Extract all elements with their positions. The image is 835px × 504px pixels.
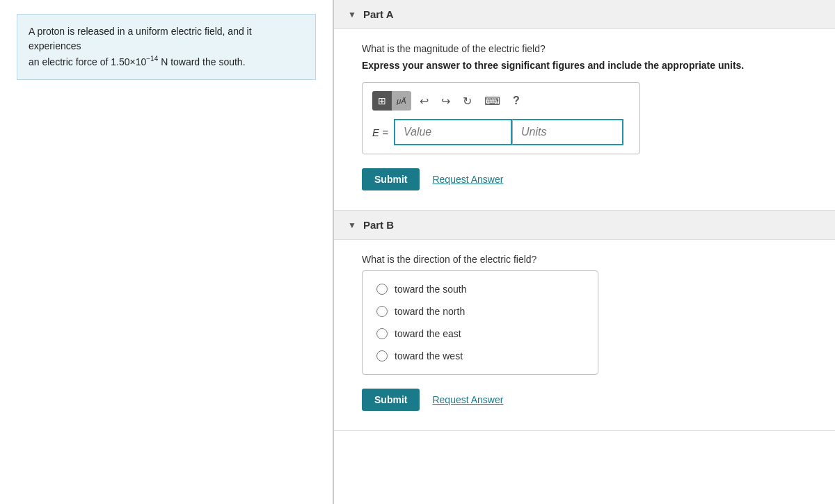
question-icon: ?	[513, 95, 520, 106]
problem-text-line2: an electric force of 1.50×10	[29, 56, 146, 67]
radio-west-label: toward the west	[395, 350, 463, 361]
units-input[interactable]	[512, 119, 623, 145]
part-b-submit-row: Submit Request Answer	[362, 389, 807, 411]
radio-option-east: toward the east	[374, 323, 587, 345]
toolbar-refresh-button[interactable]: ↻	[459, 93, 476, 109]
radio-south-label: toward the south	[395, 284, 467, 295]
undo-icon: ↩	[420, 95, 429, 108]
part-a-submit-row: Submit Request Answer	[362, 168, 807, 190]
toolbar-redo-button[interactable]: ↪	[437, 93, 454, 109]
toolbar-icon-group	[372, 91, 411, 111]
eq-label: E =	[372, 127, 388, 138]
keyboard-icon: ⌨	[484, 95, 500, 108]
part-b-question: What is the direction of the electric fi…	[362, 254, 807, 265]
part-a-input-row: E =	[372, 119, 630, 145]
part-b-options-box: toward the south toward the north toward…	[362, 270, 598, 375]
radio-east[interactable]	[376, 328, 388, 339]
problem-exponent: −14	[146, 55, 158, 63]
toolbar-mu-button[interactable]	[392, 91, 411, 111]
value-input[interactable]	[394, 119, 512, 145]
problem-text-line3: N toward the south.	[158, 56, 245, 67]
part-b-header[interactable]: ▼ Part B	[334, 211, 835, 240]
left-panel: A proton is released in a uniform electr…	[0, 0, 334, 504]
radio-east-label: toward the east	[395, 328, 461, 339]
part-a-chevron-icon: ▼	[348, 10, 356, 19]
toolbar-grid-button[interactable]	[372, 91, 392, 111]
radio-west[interactable]	[376, 350, 388, 361]
refresh-icon: ↻	[463, 95, 472, 108]
part-b-section: ▼ Part B What is the direction of the el…	[334, 211, 835, 431]
toolbar-help-button[interactable]: ?	[509, 93, 524, 108]
part-b-label: Part B	[363, 219, 394, 231]
radio-north[interactable]	[376, 306, 388, 317]
radio-north-label: toward the north	[395, 306, 465, 317]
part-a-submit-button[interactable]: Submit	[362, 168, 420, 190]
part-a-request-answer-button[interactable]: Request Answer	[432, 174, 503, 185]
mu-a-icon	[397, 96, 406, 106]
radio-option-south: toward the south	[374, 278, 587, 300]
problem-text-line1: A proton is released in a uniform electr…	[29, 26, 252, 51]
part-a-header[interactable]: ▼ Part A	[334, 0, 835, 29]
part-b-content: What is the direction of the electric fi…	[334, 240, 835, 430]
part-a-answer-box: ↩ ↪ ↻ ⌨ ? E =	[362, 82, 640, 154]
radio-option-north: toward the north	[374, 300, 587, 323]
toolbar-undo-button[interactable]: ↩	[415, 93, 433, 109]
part-a-label: Part A	[363, 8, 394, 20]
part-a-question: What is the magnitude of the electric fi…	[362, 43, 807, 54]
grid-icon	[378, 95, 386, 106]
radio-south[interactable]	[376, 284, 388, 295]
part-b-chevron-icon: ▼	[348, 220, 356, 230]
part-a-instruction: Express your answer to three significant…	[362, 60, 807, 71]
part-a-toolbar: ↩ ↪ ↻ ⌨ ?	[372, 91, 630, 111]
part-a-content: What is the magnitude of the electric fi…	[334, 29, 835, 210]
part-b-submit-button[interactable]: Submit	[362, 389, 420, 411]
toolbar-keyboard-button[interactable]: ⌨	[480, 93, 504, 109]
part-a-section: ▼ Part A What is the magnitude of the el…	[334, 0, 835, 211]
part-b-request-answer-button[interactable]: Request Answer	[432, 394, 503, 405]
redo-icon: ↪	[441, 95, 450, 108]
radio-option-west: toward the west	[374, 345, 587, 367]
problem-statement: A proton is released in a uniform electr…	[17, 14, 316, 80]
right-panel: ▼ Part A What is the magnitude of the el…	[334, 0, 835, 504]
